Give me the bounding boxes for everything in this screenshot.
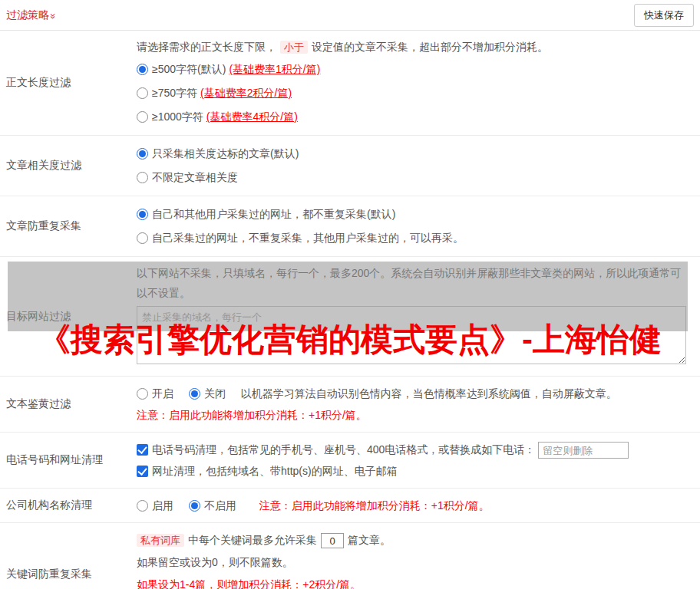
fee-note: (基础费率1积分/篇) (229, 63, 320, 75)
option-text: ≥750字符 (152, 87, 197, 99)
phone-url-clean-content: 电话号码清理，包括常见的手机号、座机号、400电话格式，或替换成如下电话： 网址… (137, 433, 700, 488)
row-porn-filter: 文本鉴黄过滤 开启 关闭 以机器学习算法自动识别色情内容，当色情概率达到系统阈值… (0, 377, 700, 433)
row-site-filter: 目标网站过滤 以下网站不采集，只填域名，每行一个，最多200个。系统会自动识别并… (0, 257, 700, 377)
option-text: 开启 (152, 387, 173, 400)
checkbox-url-clean[interactable]: 网址清理，包括纯域名、带http(s)的网址、电子邮箱 (137, 465, 398, 477)
dedup-options: 自己和其他用户采集过的网址，都不重复采集(默认) 自己采集过的网址，不重复采集，… (137, 196, 700, 256)
option-text: 关闭 (204, 387, 226, 400)
site-filter-content: 以下网站不采集，只填域名，每行一个，最多200个。系统会自动识别并屏蔽那些非文章… (137, 257, 700, 376)
radio-option-relevance-any[interactable]: 不限定文章相关度 (137, 166, 692, 189)
radio-unchecked-icon[interactable] (137, 111, 148, 123)
row-keyword-dedup: 关键词防重复采集 私有词库中每个关键词最多允许采集篇文章。 如果留空或设为0，则… (0, 523, 700, 589)
fee-note: (基础费率2积分/篇) (200, 87, 292, 99)
keyword-dedup-rule-zero: 如果留空或设为0，则不限篇数。 (137, 551, 692, 574)
content-length-intro: 请选择需求的正文长度下限，小于设定值的文章不采集，超出部分不增加积分消耗。 (137, 37, 692, 58)
porn-filter-desc: 以机器学习算法自动识别色情内容，当色情概率达到系统阈值，自动屏蔽文章。 (241, 387, 617, 400)
intro-text-before: 请选择需求的正文长度下限， (137, 41, 276, 53)
relevance-options: 只采集相关度达标的文章(默认) 不限定文章相关度 (137, 136, 700, 196)
blocked-domains-textarea[interactable] (137, 306, 686, 364)
less-than-tag: 小于 (280, 41, 308, 54)
option-text: ≥1000字符 (152, 110, 203, 123)
keyword-limit-text-end: 篇文章。 (348, 534, 391, 546)
row-company-clean: 公司机构名称清理 启用 不启用 注意：启用此功能将增加积分消耗：+1积分/篇。 (0, 489, 700, 523)
row-content-length-filter: 正文长度过滤 请选择需求的正文长度下限，小于设定值的文章不采集，超出部分不增加积… (0, 31, 700, 136)
radio-unchecked-icon[interactable] (137, 232, 148, 244)
radio-option-500-chars[interactable]: ≥500字符(默认)(基础费率1积分/篇) (137, 58, 692, 81)
radio-option-dedup-global[interactable]: 自己和其他用户采集过的网址，都不重复采集(默认) (137, 202, 692, 226)
option-text: 不启用 (204, 499, 236, 512)
radio-option-dedup-self-only[interactable]: 自己采集过的网址，不重复采集，其他用户采集过的，可以再采。 (137, 226, 692, 250)
keyword-dedup-rule-1-4: 如果设为1-4篇，则增加积分消耗：+2积分/篇。 (137, 574, 692, 589)
option-text: 自己和其他用户采集过的网址，都不重复采集(默认) (152, 208, 395, 220)
company-clean-label: 公司机构名称清理 (0, 489, 137, 522)
radio-checked-icon[interactable] (189, 388, 200, 400)
radio-option-company-enable[interactable]: 启用 (137, 499, 177, 512)
radio-option-1000-chars[interactable]: ≥1000字符(基础费率4积分/篇) (137, 105, 692, 129)
radio-option-company-disable[interactable]: 不启用 (189, 499, 239, 512)
option-text: 不限定文章相关度 (152, 171, 238, 183)
page-title-text: 过滤策略 (6, 8, 49, 21)
keyword-limit-input[interactable] (321, 533, 344, 548)
quick-save-button[interactable]: 快速保存 (634, 4, 694, 27)
radio-unchecked-icon[interactable] (137, 87, 148, 99)
row-dedup-filter: 文章防重复采集 自己和其他用户采集过的网址，都不重复采集(默认) 自己采集过的网… (0, 196, 700, 257)
option-text: 自己采集过的网址，不重复采集，其他用户采集过的，可以再采。 (152, 232, 464, 244)
row-relevance-filter: 文章相关度过滤 只采集相关度达标的文章(默认) 不限定文章相关度 (0, 136, 700, 196)
company-clean-note: 注意：启用此功能将增加积分消耗：+1积分/篇。 (259, 499, 490, 512)
keyword-dedup-label: 关键词防重复采集 (0, 523, 137, 589)
radio-unchecked-icon[interactable] (137, 388, 148, 400)
private-lexicon-tag: 私有词库 (137, 534, 184, 547)
filter-settings-page: 过滤策略» 快速保存 正文长度过滤 请选择需求的正文长度下限，小于设定值的文章不… (0, 0, 700, 589)
checkbox-checked-icon[interactable] (137, 444, 148, 456)
option-text: 只采集相关度达标的文章(默认) (152, 147, 299, 160)
porn-filter-label: 文本鉴黄过滤 (0, 377, 137, 432)
option-text: 网址清理，包括纯域名、带http(s)的网址、电子邮箱 (152, 465, 398, 477)
radio-option-750-chars[interactable]: ≥750字符(基础费率2积分/篇) (137, 81, 692, 105)
porn-filter-note: 注意：启用此功能将增加积分消耗：+1积分/篇。 (137, 404, 692, 426)
radio-unchecked-icon[interactable] (137, 500, 148, 512)
company-clean-content: 启用 不启用 注意：启用此功能将增加积分消耗：+1积分/篇。 (137, 489, 700, 522)
radio-checked-icon[interactable] (137, 148, 148, 160)
radio-option-porn-off[interactable]: 关闭 (189, 387, 229, 400)
site-filter-desc: 以下网站不采集，只填域名，每行一个，最多200个。系统会自动识别并屏蔽那些非文章… (137, 263, 688, 303)
phone-url-clean-label: 电话号码和网址清理 (0, 433, 137, 488)
radio-option-porn-on[interactable]: 开启 (137, 387, 177, 400)
keyword-limit-text: 中每个关键词最多允许采集 (188, 534, 317, 546)
porn-filter-content: 开启 关闭 以机器学习算法自动识别色情内容，当色情概率达到系统阈值，自动屏蔽文章… (137, 377, 700, 432)
fee-note: (基础费率4积分/篇) (206, 110, 298, 123)
content-length-label: 正文长度过滤 (0, 31, 137, 135)
radio-checked-icon[interactable] (137, 64, 148, 75)
intro-text-after: 设定值的文章不采集，超出部分不增加积分消耗。 (312, 41, 548, 53)
option-text: ≥500字符(默认) (152, 63, 226, 75)
radio-checked-icon[interactable] (189, 500, 200, 512)
option-text: 电话号码清理，包括常见的手机号、座机号、400电话格式，或替换成如下电话： (152, 443, 535, 456)
row-phone-url-clean: 电话号码和网址清理 电话号码清理，包括常见的手机号、座机号、400电话格式，或替… (0, 433, 700, 489)
option-text: 启用 (152, 499, 173, 512)
replacement-phone-input[interactable] (538, 442, 629, 459)
dedup-label: 文章防重复采集 (0, 196, 137, 256)
radio-option-relevance-strict[interactable]: 只采集相关度达标的文章(默认) (137, 142, 692, 166)
radio-unchecked-icon[interactable] (137, 172, 148, 183)
checkbox-checked-icon[interactable] (137, 466, 148, 477)
radio-checked-icon[interactable] (137, 209, 148, 220)
relevance-label: 文章相关度过滤 (0, 136, 137, 196)
content-length-options: 请选择需求的正文长度下限，小于设定值的文章不采集，超出部分不增加积分消耗。 ≥5… (137, 31, 700, 135)
page-header: 过滤策略» 快速保存 (0, 0, 700, 31)
checkbox-phone-clean[interactable]: 电话号码清理，包括常见的手机号、座机号、400电话格式，或替换成如下电话： (137, 443, 538, 456)
page-title[interactable]: 过滤策略» (6, 8, 55, 22)
site-filter-label: 目标网站过滤 (0, 257, 137, 376)
keyword-dedup-content: 私有词库中每个关键词最多允许采集篇文章。 如果留空或设为0，则不限篇数。 如果设… (137, 523, 700, 589)
chevron-down-icon: » (48, 13, 59, 18)
